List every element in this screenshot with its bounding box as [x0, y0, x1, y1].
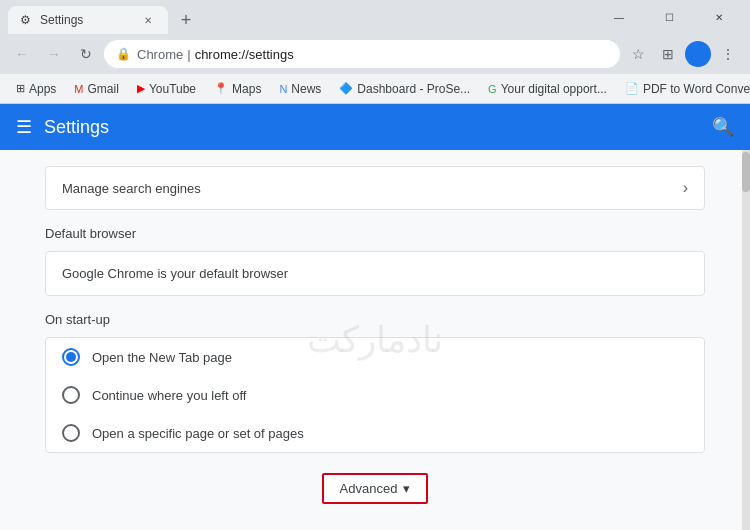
- bookmark-gmail-label: Gmail: [88, 82, 119, 96]
- advanced-btn-container: Advanced ▾: [45, 473, 705, 504]
- default-browser-title: Default browser: [45, 226, 705, 241]
- bookmark-dashboard[interactable]: 🔷 Dashboard - ProSe...: [331, 79, 478, 99]
- omnibox-separator: |: [187, 47, 190, 62]
- tab-area: ⚙ Settings ✕ +: [8, 0, 596, 34]
- default-browser-info: Google Chrome is your default browser: [45, 251, 705, 296]
- address-bar: ← → ↻ 🔒 Chrome | chrome://settings ☆ ⊞ ⋮: [0, 34, 750, 74]
- radio-specific-circle: [62, 424, 80, 442]
- forward-button[interactable]: →: [40, 40, 68, 68]
- startup-specific-label: Open a specific page or set of pages: [92, 426, 304, 441]
- bookmark-youtube[interactable]: ▶ YouTube: [129, 79, 204, 99]
- advanced-button-label: Advanced: [340, 481, 398, 496]
- omnibox-url: chrome://settings: [195, 47, 294, 62]
- minimize-button[interactable]: —: [596, 3, 642, 31]
- manage-search-engines-row[interactable]: Manage search engines ›: [45, 166, 705, 210]
- omnibox[interactable]: 🔒 Chrome | chrome://settings: [104, 40, 620, 68]
- back-button[interactable]: ←: [8, 40, 36, 68]
- apps-bookmark-icon: ⊞: [16, 82, 25, 95]
- maps-bookmark-icon: 📍: [214, 82, 228, 95]
- startup-section-title: On start-up: [45, 312, 705, 327]
- pdf-bookmark-icon: 📄: [625, 82, 639, 95]
- scrollbar-thumb[interactable]: [742, 152, 750, 192]
- settings-page-title: Settings: [44, 117, 712, 138]
- startup-continue-label: Continue where you left off: [92, 388, 246, 403]
- bookmark-gmail[interactable]: M Gmail: [66, 79, 127, 99]
- bookmark-apps[interactable]: ⊞ Apps: [8, 79, 64, 99]
- close-button[interactable]: ✕: [696, 3, 742, 31]
- bookmarks-bar: ⊞ Apps M Gmail ▶ YouTube 📍 Maps N News 🔷…: [0, 74, 750, 104]
- settings-tab[interactable]: ⚙ Settings ✕: [8, 6, 168, 34]
- startup-option-continue[interactable]: Continue where you left off: [46, 376, 704, 414]
- manage-search-engines-label: Manage search engines: [62, 181, 201, 196]
- settings-search-icon[interactable]: 🔍: [712, 116, 734, 138]
- youtube-bookmark-icon: ▶: [137, 82, 145, 95]
- omnibox-source: Chrome: [137, 47, 183, 62]
- window-controls: — ☐ ✕: [596, 3, 742, 31]
- radio-continue-circle: [62, 386, 80, 404]
- gmail-bookmark-icon: M: [74, 83, 83, 95]
- bookmark-maps-label: Maps: [232, 82, 261, 96]
- new-tab-button[interactable]: +: [172, 6, 200, 34]
- bookmark-apps-label: Apps: [29, 82, 56, 96]
- startup-option-new-tab[interactable]: Open the New Tab page: [46, 338, 704, 376]
- bookmark-digital-label: Your digital opport...: [501, 82, 607, 96]
- chevron-right-icon: ›: [683, 179, 688, 197]
- tab-title-label: Settings: [40, 13, 140, 27]
- hamburger-menu-icon[interactable]: ☰: [16, 116, 32, 138]
- digital-bookmark-icon: G: [488, 83, 497, 95]
- startup-options-box: Open the New Tab page Continue where you…: [45, 337, 705, 453]
- bookmark-dashboard-label: Dashboard - ProSe...: [357, 82, 470, 96]
- radio-new-tab-inner: [66, 352, 76, 362]
- startup-option-specific[interactable]: Open a specific page or set of pages: [46, 414, 704, 452]
- bookmark-digital[interactable]: G Your digital opport...: [480, 79, 615, 99]
- content-inner: Manage search engines › Default browser …: [45, 150, 705, 520]
- startup-new-tab-label: Open the New Tab page: [92, 350, 232, 365]
- bookmark-news[interactable]: N News: [271, 79, 329, 99]
- default-browser-section: Default browser Google Chrome is your de…: [45, 226, 705, 296]
- extensions-icon[interactable]: ⊞: [654, 40, 682, 68]
- dashboard-bookmark-icon: 🔷: [339, 82, 353, 95]
- tab-close-button[interactable]: ✕: [140, 12, 156, 28]
- advanced-chevron-icon: ▾: [403, 481, 410, 496]
- maximize-button[interactable]: ☐: [646, 3, 692, 31]
- radio-new-tab-circle: [62, 348, 80, 366]
- news-bookmark-icon: N: [279, 83, 287, 95]
- startup-section: On start-up Open the New Tab page Contin…: [45, 312, 705, 453]
- lock-icon: 🔒: [116, 47, 131, 61]
- title-bar: ⚙ Settings ✕ + — ☐ ✕: [0, 0, 750, 34]
- bookmark-pdf-label: PDF to Word Conve...: [643, 82, 750, 96]
- default-browser-text: Google Chrome is your default browser: [62, 266, 288, 281]
- more-menu-icon[interactable]: ⋮: [714, 40, 742, 68]
- toolbar-icons: ☆ ⊞ ⋮: [624, 40, 742, 68]
- tab-favicon-icon: ⚙: [20, 13, 34, 27]
- main-content: نادمارکت Manage search engines › Default…: [0, 150, 750, 530]
- bookmark-star-icon[interactable]: ☆: [624, 40, 652, 68]
- bookmark-news-label: News: [291, 82, 321, 96]
- advanced-button[interactable]: Advanced ▾: [322, 473, 429, 504]
- settings-header: ☰ Settings 🔍: [0, 104, 750, 150]
- profile-avatar[interactable]: [684, 40, 712, 68]
- profile-icon: [685, 41, 711, 67]
- bookmark-pdf[interactable]: 📄 PDF to Word Conve...: [617, 79, 750, 99]
- bookmark-youtube-label: YouTube: [149, 82, 196, 96]
- scrollbar-track: [742, 150, 750, 530]
- bookmark-maps[interactable]: 📍 Maps: [206, 79, 269, 99]
- reload-button[interactable]: ↻: [72, 40, 100, 68]
